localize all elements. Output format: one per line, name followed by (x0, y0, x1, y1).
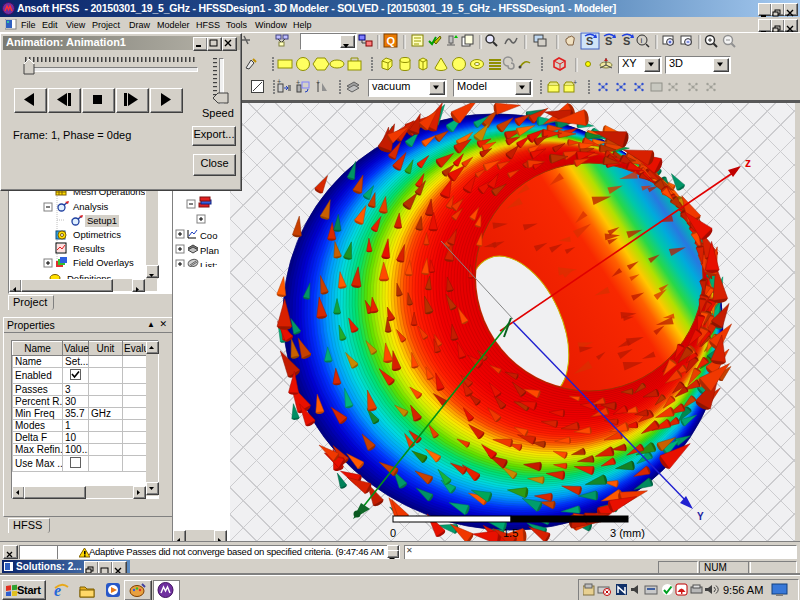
svg-text:Q: Q (387, 35, 396, 47)
svg-text:List:: List: (200, 260, 217, 267)
svg-text:S: S (623, 35, 630, 47)
svg-text:S: S (586, 35, 593, 47)
svg-text:Plan: Plan (200, 245, 219, 256)
svg-text:Results: Results (73, 243, 105, 254)
svg-text:1.5: 1.5 (503, 527, 518, 539)
svg-text:+: + (277, 78, 281, 85)
svg-text:Optimetrics: Optimetrics (73, 229, 121, 240)
svg-text:Coo: Coo (200, 230, 217, 241)
svg-text:+: + (316, 79, 320, 86)
svg-text:i: i (641, 36, 643, 45)
svg-text:Setup1: Setup1 (87, 215, 117, 226)
svg-text:+: + (573, 79, 577, 86)
svg-text:Field Overlays: Field Overlays (73, 257, 134, 268)
svg-text:3 (mm): 3 (mm) (610, 527, 645, 539)
svg-text:+: + (296, 79, 300, 86)
svg-text:0: 0 (390, 527, 396, 539)
svg-text:S: S (605, 35, 612, 47)
svg-text:Analysis: Analysis (73, 201, 109, 212)
svg-text:Y: Y (697, 511, 704, 522)
svg-text:z: z (745, 156, 751, 170)
